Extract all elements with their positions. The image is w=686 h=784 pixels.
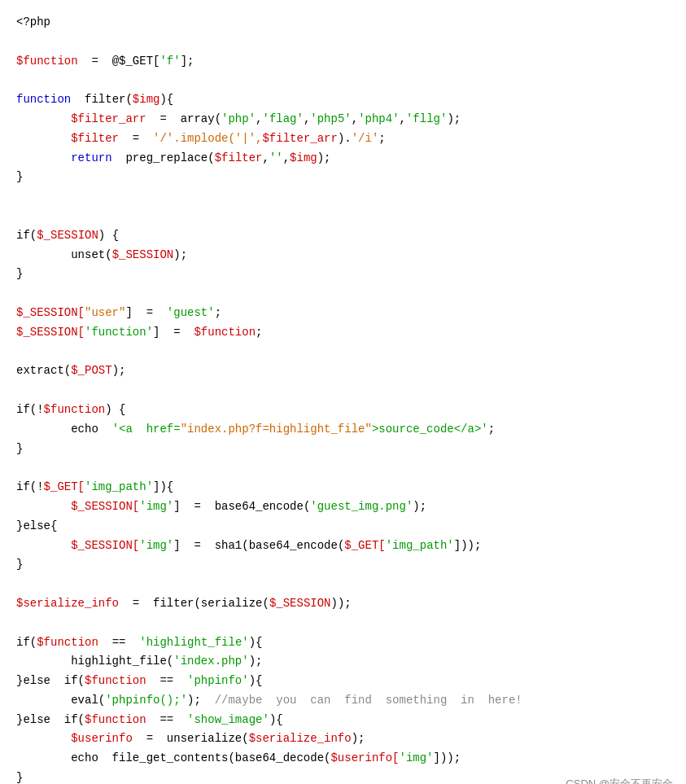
code-line: } <box>16 555 670 575</box>
code-token: highlight_file( <box>16 655 173 668</box>
code-line: $_SESSION["user"] = 'guest'; <box>16 304 670 323</box>
code-token: unset( <box>16 248 112 261</box>
code-token <box>16 151 71 164</box>
code-token: , <box>400 112 406 125</box>
code-token: } <box>16 442 23 455</box>
empty-line <box>16 207 670 226</box>
code-token: == <box>146 713 187 726</box>
code-token: ] = sha1(base64_encode( <box>173 539 344 552</box>
code-token: '<a href= <box>112 423 181 436</box>
code-token: $function <box>85 713 146 726</box>
code-line: return preg_replace($filter,'',$img); <box>16 149 670 169</box>
code-token: 'guest' <box>167 306 215 319</box>
code-token: filter( <box>71 93 133 106</box>
code-token: ){ <box>269 713 283 726</box>
code-token: = array( <box>146 112 221 125</box>
code-token: function <box>16 93 71 106</box>
empty-line <box>16 284 670 304</box>
code-token: , <box>352 112 358 125</box>
code-token: } <box>16 170 23 183</box>
code-token: ); <box>317 151 331 164</box>
code-line: if(!$function) { <box>16 401 670 420</box>
code-token: $filter_arr <box>16 112 146 125</box>
code-token: $function <box>44 403 106 416</box>
code-line: if($_SESSION) { <box>16 226 670 246</box>
code-line: unset($_SESSION); <box>16 246 670 265</box>
code-token: ); <box>352 732 365 745</box>
code-token: "user" <box>85 306 125 319</box>
empty-line <box>16 575 670 594</box>
code-editor: <?php$function = @$_GET['f'];function fi… <box>0 0 686 784</box>
code-token: eval( <box>16 694 105 707</box>
code-token: ])); <box>434 751 461 764</box>
code-token: ){ <box>159 93 173 106</box>
code-token: $img <box>290 151 317 164</box>
code-token: 'guest_img.png' <box>310 500 413 513</box>
code-token: $_GET[ <box>44 480 85 493</box>
code-token: = <box>78 55 112 68</box>
code-token: ; <box>215 306 221 319</box>
code-token: ]){ <box>153 480 173 493</box>
code-content: <?php$function = @$_GET['f'];function fi… <box>16 13 670 784</box>
code-line: function filter($img){ <box>16 90 670 110</box>
empty-line <box>16 33 670 52</box>
code-token: 'img' <box>399 751 433 764</box>
code-token: return <box>71 151 111 164</box>
code-line: } <box>16 168 670 187</box>
code-token: extract( <box>16 364 71 377</box>
code-token: "index.php?f=highlight_file" <box>181 423 372 436</box>
code-token: 'function' <box>85 326 153 339</box>
code-token: $function <box>85 674 146 687</box>
empty-line <box>16 343 670 362</box>
code-token: ); <box>173 248 187 261</box>
code-token: ; <box>488 423 495 436</box>
code-token: '/'.implode('|', <box>153 132 262 145</box>
code-token: $_SESSION <box>37 229 98 242</box>
code-line: if($function == 'highlight_file'){ <box>16 633 670 653</box>
code-line: if(!$_GET['img_path']){ <box>16 478 670 497</box>
empty-line <box>16 187 670 207</box>
code-line: $_SESSION['function'] = $function; <box>16 323 670 343</box>
code-line: $serialize_info = filter(serialize($_SES… <box>16 594 670 614</box>
code-token: }else{ <box>16 519 57 532</box>
code-line: echo file_get_contents(base64_decode($us… <box>16 749 670 769</box>
code-line: $userinfo = unserialize($serialize_info)… <box>16 729 670 749</box>
code-token: } <box>16 267 23 280</box>
code-token: ] = base64_encode( <box>173 500 310 513</box>
code-token: 'flag' <box>262 112 303 125</box>
code-line: }else if($function == 'show_image'){ <box>16 711 670 730</box>
code-token: $_SESSION <box>269 597 331 610</box>
code-token: '' <box>269 151 283 164</box>
code-token: 'php5' <box>310 112 351 125</box>
code-token: $serialize_info <box>249 732 352 745</box>
code-token: echo file_get_contents(base64_decode( <box>16 751 330 764</box>
code-token: ); <box>249 655 263 668</box>
code-token: 'img' <box>139 500 173 513</box>
code-token: $function <box>37 636 98 649</box>
code-token: ) { <box>105 403 125 416</box>
code-token: if(! <box>16 403 44 416</box>
code-token: @$_GET[ <box>112 55 160 68</box>
code-token: = filter(serialize( <box>119 597 269 610</box>
code-token: $userinfo <box>16 732 133 745</box>
code-token: ); <box>447 112 461 125</box>
code-line: $_SESSION['img'] = sha1(base64_encode($_… <box>16 537 670 556</box>
code-token: 'index.php' <box>173 655 248 668</box>
code-token: 'fllg' <box>406 112 447 125</box>
code-token: if( <box>16 229 37 242</box>
code-token: ). <box>338 132 352 145</box>
code-token: )); <box>331 597 352 610</box>
empty-line <box>16 614 670 633</box>
code-line: highlight_file('index.php'); <box>16 652 670 672</box>
code-token: }else if( <box>16 674 85 687</box>
code-token: if(! <box>16 480 44 493</box>
code-token: ); <box>112 364 126 377</box>
code-token: $img <box>133 93 160 106</box>
code-token: 'show_image' <box>187 713 269 726</box>
code-line: $filter_arr = array('php','flag','php5',… <box>16 110 670 129</box>
code-token: >source_code</a>' <box>372 423 488 436</box>
code-token: $_SESSION[ <box>16 500 139 513</box>
code-token: ){ <box>249 636 263 649</box>
empty-line <box>16 458 670 478</box>
code-token: $userinfo[ <box>330 751 399 764</box>
